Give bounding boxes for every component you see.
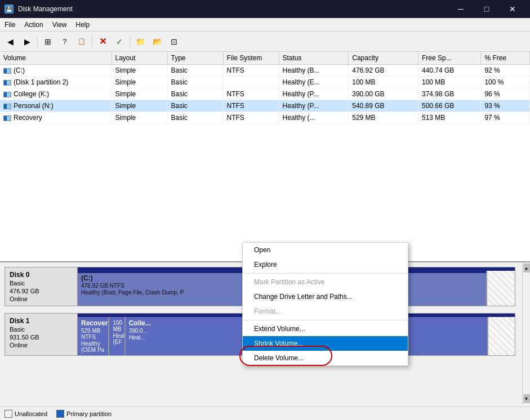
disk1-recovery-size: 529 MB NTFS — [81, 328, 105, 340]
disk0-size: 476.92 GB — [10, 288, 73, 294]
ctx-change-letter[interactable]: Change Drive Letter and Paths... — [243, 289, 408, 304]
disk1-size: 931.50 GB — [10, 334, 73, 341]
ctx-open[interactable]: Open — [243, 243, 408, 257]
disk0-label: Disk 0 Basic 476.92 GB Online — [5, 267, 78, 306]
toolbar: ◀ ▶ ⊞ ? 📋 ✕ ✓ 📁 📂 ⊡ — [0, 32, 530, 52]
scroll-down[interactable]: ▼ — [523, 394, 530, 403]
disk1-100mb-partition[interactable]: 100 MB Healthy (EF — [109, 317, 125, 355]
disk1-label: Disk 1 Basic 931.50 GB Online — [5, 313, 78, 356]
col-type[interactable]: Type — [167, 52, 223, 65]
cell-status: Healthy (P... — [279, 88, 349, 100]
cell-capacity: 100 MB — [349, 77, 418, 88]
cell-volume: Personal (N:) — [0, 100, 112, 112]
col-layout[interactable]: Layout — [112, 52, 167, 65]
col-filesystem[interactable]: File System — [223, 52, 279, 65]
cell-layout: Simple — [112, 65, 167, 77]
ctx-extend[interactable]: Extend Volume... — [243, 321, 408, 336]
legend-primary-box — [56, 410, 64, 418]
table-row[interactable]: (C:)SimpleBasicNTFSHealthy (B...476.92 G… — [0, 65, 530, 77]
forward-button[interactable]: ▶ — [19, 34, 35, 50]
cell-pct: 97 % — [481, 112, 530, 124]
ctx-delete[interactable]: Delete Volume... — [243, 351, 408, 365]
cell-free: 374.98 GB — [418, 88, 481, 100]
col-freespace[interactable]: Free Sp... — [418, 52, 481, 65]
ctx-sep1 — [243, 273, 408, 274]
status-bar: Unallocated Primary partition — [0, 406, 530, 420]
disk1-type: Basic — [10, 326, 73, 333]
menu-file[interactable]: File — [0, 18, 20, 31]
col-pctfree[interactable]: % Free — [481, 52, 530, 65]
back-button[interactable]: ◀ — [2, 34, 18, 50]
disk0-type: Basic — [10, 280, 73, 287]
table-row[interactable]: College (K:)SimpleBasicNTFSHealthy (P...… — [0, 88, 530, 100]
disk1-name: Disk 1 — [10, 317, 73, 325]
cell-free: 500.66 GB — [418, 100, 481, 112]
disk1-recovery-status: Healthy (OEM Pa — [81, 341, 105, 353]
disk-volume-icon — [3, 115, 11, 121]
cell-free: 440.74 GB — [418, 65, 481, 77]
minimize-button[interactable]: ─ — [448, 0, 474, 18]
table-row[interactable]: (Disk 1 partition 2)SimpleBasicHealthy (… — [0, 77, 530, 88]
disk1-status: Online — [10, 342, 73, 348]
legend-unallocated-box — [5, 410, 12, 418]
cell-fs: NTFS — [223, 112, 279, 124]
ctx-format[interactable]: Format... — [243, 304, 408, 319]
menu-view[interactable]: View — [48, 18, 72, 31]
menu-bar: File Action View Help — [0, 18, 530, 32]
col-status[interactable]: Status — [279, 52, 349, 65]
cell-status: Healthy (P... — [279, 100, 349, 112]
cell-capacity: 390.00 GB — [349, 88, 418, 100]
disk0-unalloc[interactable] — [487, 271, 515, 306]
ctx-shrink[interactable]: Shrink Volume... — [243, 336, 408, 351]
cell-capacity: 529 MB — [349, 112, 418, 124]
disk1-recovery-partition[interactable]: Recovery 529 MB NTFS Healthy (OEM Pa — [78, 317, 109, 355]
delete-button[interactable]: ✕ — [95, 34, 110, 50]
check-button[interactable]: ✓ — [112, 34, 127, 50]
disk-volume-icon — [3, 104, 11, 109]
cell-layout: Simple — [112, 112, 167, 124]
ctx-mark-active[interactable]: Mark Partition as Active — [243, 275, 408, 289]
ctx-explore[interactable]: Explore — [243, 257, 408, 272]
col-volume[interactable]: Volume — [0, 52, 112, 65]
cell-fs: NTFS — [223, 100, 279, 112]
disk0-status: Online — [10, 296, 73, 302]
help-button[interactable]: ? — [57, 34, 73, 50]
legend-primary: Primary partition — [56, 410, 112, 418]
grid-button[interactable]: ⊡ — [166, 34, 182, 50]
cell-pct: 100 % — [481, 77, 530, 88]
folder1-button[interactable]: 📁 — [132, 34, 148, 50]
table-header-row: Volume Layout Type File System Status Ca… — [0, 52, 530, 65]
cell-volume: (C:) — [0, 65, 112, 77]
col-capacity[interactable]: Capacity — [349, 52, 418, 65]
table-row[interactable]: Personal (N:)SimpleBasicNTFSHealthy (P..… — [0, 100, 530, 112]
disk-volume-icon — [3, 92, 11, 97]
rescan-button[interactable]: 📋 — [74, 34, 90, 50]
cell-layout: Simple — [112, 100, 167, 112]
legend-unallocated-label: Unallocated — [15, 410, 47, 417]
table-row[interactable]: RecoverySimpleBasicNTFSHealthy (...529 M… — [0, 112, 530, 124]
cell-volume: Recovery — [0, 112, 112, 124]
cell-fs — [223, 77, 279, 88]
toolbar-sep2 — [92, 36, 92, 47]
disk1-recovery-name: Recovery — [81, 319, 105, 327]
window-title: Disk Management — [18, 5, 73, 13]
scroll-up[interactable]: ▲ — [523, 263, 530, 272]
volume-table-area[interactable]: Volume Layout Type File System Status Ca… — [0, 52, 530, 262]
legend-unallocated: Unallocated — [5, 410, 47, 418]
menu-help[interactable]: Help — [72, 18, 95, 31]
disk-volume-icon — [3, 80, 11, 86]
properties-button[interactable]: ⊞ — [40, 34, 56, 50]
maximize-button[interactable]: □ — [474, 0, 500, 18]
folder2-button[interactable]: 📂 — [149, 34, 165, 50]
close-button[interactable]: ✕ — [500, 0, 525, 18]
cell-volume: College (K:) — [0, 88, 112, 100]
cell-free: 100 MB — [418, 77, 481, 88]
vertical-scrollbar[interactable]: ▲ ▼ — [522, 262, 530, 404]
title-bar-controls: ─ □ ✕ — [448, 0, 525, 18]
disk1-unalloc[interactable] — [488, 317, 515, 355]
cell-free: 513 MB — [418, 112, 481, 124]
volume-table: Volume Layout Type File System Status Ca… — [0, 52, 530, 124]
menu-action[interactable]: Action — [20, 18, 47, 31]
cell-pct: 93 % — [481, 100, 530, 112]
disk-volume-icon — [3, 68, 11, 74]
